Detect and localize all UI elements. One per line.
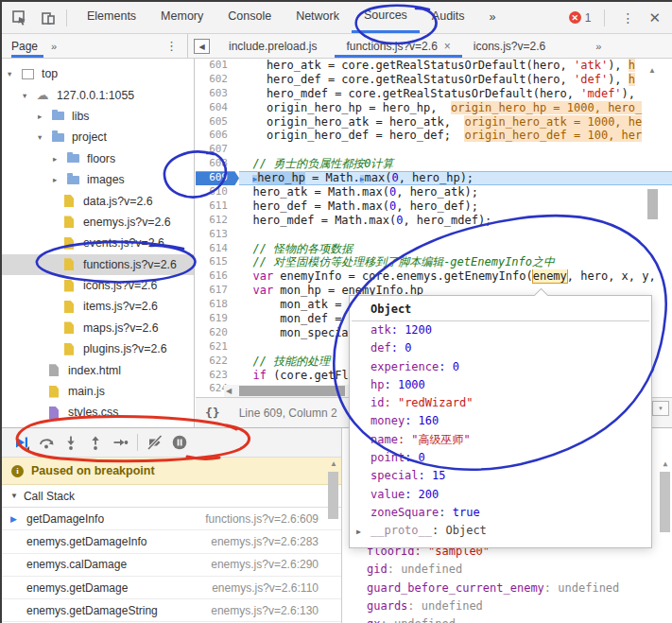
tree-expand-icon[interactable]: ▾ <box>38 132 50 142</box>
tree-item[interactable]: styles.css <box>2 402 194 423</box>
line-number[interactable]: 605 <box>196 115 239 130</box>
file-tab[interactable]: functions.js?v=2.6 × <box>335 34 461 58</box>
vertical-scroll-thumb[interactable] <box>647 189 658 219</box>
tree-item[interactable]: icons.js?v=2.6 <box>2 275 194 296</box>
panel-tab[interactable]: Audits <box>420 2 477 33</box>
call-stack-frame[interactable]: ▶ getDamageInfo functions.js?v=2.6:609 <box>2 508 341 530</box>
tree-item[interactable]: index.html <box>2 359 194 380</box>
line-number[interactable]: 613 <box>196 228 239 242</box>
more-tabs-icon[interactable]: » <box>477 3 508 32</box>
line-number[interactable]: 611 <box>196 199 239 214</box>
error-badge[interactable]: ✕ 1 <box>569 11 592 25</box>
line-number[interactable]: 606 <box>196 129 239 143</box>
scroll-up-icon[interactable]: ▲ <box>328 459 339 468</box>
line-number[interactable]: 619 <box>196 312 239 326</box>
tree-item[interactable]: functions.js?v=2.6 <box>2 254 194 275</box>
horizontal-scroll-thumb[interactable] <box>239 386 345 396</box>
scroll-up-icon[interactable]: ▲ <box>648 66 656 75</box>
scope-property[interactable]: guard_before_current_enemy: undefined <box>342 580 653 597</box>
line-number[interactable]: 603 <box>196 87 239 101</box>
tree-item[interactable]: ▾ project <box>2 127 194 147</box>
tree-item[interactable]: plugins.js?v=2.6 <box>2 338 194 359</box>
resume-button[interactable] <box>9 431 34 454</box>
navigator-menu-icon[interactable]: ⋮ <box>165 39 178 53</box>
step-button[interactable] <box>108 431 132 454</box>
line-number[interactable]: 620 <box>196 326 239 340</box>
device-toolbar-icon[interactable] <box>38 8 59 28</box>
line-number[interactable]: 604 <box>196 101 239 115</box>
tree-item[interactable]: ▸ images <box>2 169 194 190</box>
panel-tab[interactable]: Network <box>284 2 352 33</box>
current-frame-icon: ▶ <box>10 514 17 524</box>
call-stack-header[interactable]: ▼ Call Stack <box>2 485 341 508</box>
scroll-thumb[interactable] <box>328 472 338 519</box>
devtools-menu-icon[interactable]: ⋮ <box>612 10 643 26</box>
line-number[interactable]: 608 <box>196 157 239 171</box>
expand-icon[interactable]: ▶ <box>356 523 361 541</box>
line-number[interactable]: 615 <box>196 255 239 269</box>
scroll-up-icon[interactable]: ▲ <box>660 459 671 468</box>
tree-item[interactable]: ▸ floors <box>2 148 194 169</box>
panel-tab[interactable]: Console <box>215 2 284 33</box>
call-stack-frame[interactable]: enemys.getDamageInfo enemys.js?v=2.6:283 <box>2 530 341 553</box>
step-over-button[interactable] <box>34 431 59 454</box>
inspect-icon[interactable] <box>9 8 30 28</box>
line-number[interactable]: 602 <box>196 73 239 87</box>
tree-expand-icon[interactable]: ▸ <box>53 175 65 184</box>
deactivate-breakpoints-button[interactable] <box>143 431 167 454</box>
scope-scrollbar[interactable]: ▲ <box>660 459 671 623</box>
line-number[interactable]: 612 <box>196 214 239 228</box>
tree-item[interactable]: maps.js?v=2.6 <box>2 318 194 338</box>
tree-expand-icon[interactable]: ▾ <box>8 69 20 78</box>
line-number[interactable]: 618 <box>196 298 239 312</box>
tree-item-label: items.js?v=2.6 <box>83 300 158 313</box>
line-number[interactable]: 621 <box>196 340 239 355</box>
close-icon[interactable]: ✕ <box>643 9 672 26</box>
tree-expand-icon[interactable]: ▾ <box>23 91 35 100</box>
file-tab[interactable]: include.preload.js <box>217 34 335 58</box>
line-number[interactable]: 622 <box>196 355 239 369</box>
more-file-tabs-icon[interactable]: » <box>595 34 601 58</box>
pretty-print-icon[interactable]: {} <box>205 406 220 420</box>
panel-corner-icon[interactable]: ▼ <box>652 401 669 416</box>
line-number[interactable]: 617 <box>196 284 239 298</box>
call-stack-frame[interactable]: enemys.getDamageString enemys.js?v=2.6:1… <box>2 599 341 622</box>
step-into-button[interactable] <box>59 431 83 454</box>
scope-property[interactable]: guards: undefined <box>342 597 653 615</box>
tree-expand-icon[interactable]: ▸ <box>38 112 50 121</box>
tree-item[interactable]: ▾ 127.0.0.1:1055 <box>2 84 194 105</box>
tab-page[interactable]: Page <box>11 34 43 58</box>
call-stack-frame[interactable]: enemys.calDamage enemys.js?v=2.6:290 <box>2 554 341 577</box>
line-number[interactable]: 623 <box>196 369 239 383</box>
tree-item[interactable]: enemys.js?v=2.6 <box>2 212 194 233</box>
callstack-scrollbar[interactable]: ▲ <box>328 459 339 623</box>
call-stack-frame[interactable]: enemys.getDamage enemys.js?v=2.6:110 <box>2 577 341 599</box>
pause-on-exceptions-button[interactable] <box>167 431 192 454</box>
scope-property[interactable]: gid: undefined <box>342 561 653 579</box>
tree-expand-icon[interactable]: ▸ <box>53 154 65 164</box>
scope-property[interactable]: gx: undefined <box>342 615 653 623</box>
line-number[interactable]: 614 <box>196 242 239 256</box>
hide-navigator-icon[interactable]: ◀ <box>194 39 210 54</box>
line-number[interactable]: 609 <box>196 171 239 185</box>
panel-tab[interactable]: Memory <box>148 2 215 33</box>
tree-item[interactable]: ▾ top <box>2 63 194 84</box>
line-number[interactable]: 607 <box>196 143 239 157</box>
panel-tab[interactable]: Sources <box>352 2 420 33</box>
scroll-thumb[interactable] <box>660 472 670 532</box>
close-tab-icon[interactable]: × <box>444 40 451 53</box>
navigator-more-tabs-icon[interactable]: » <box>51 41 57 52</box>
scroll-left-icon[interactable]: ◀ <box>226 387 232 395</box>
tree-item[interactable]: events.js?v=2.6 <box>2 233 194 253</box>
tree-item[interactable]: ▸ libs <box>2 106 194 127</box>
tree-item[interactable]: data.js?v=2.6 <box>2 190 194 211</box>
step-out-button[interactable] <box>83 431 108 454</box>
line-number[interactable]: 601 <box>196 59 239 73</box>
object-preview-popup: Object atk: 1200 def: 0 experience: 0 <box>349 295 652 548</box>
line-number[interactable]: 616 <box>196 269 239 284</box>
tree-item[interactable]: main.js <box>2 381 194 402</box>
file-tab[interactable]: icons.js?v=2.6 <box>462 34 563 58</box>
tree-item[interactable]: items.js?v=2.6 <box>2 296 194 317</box>
line-number[interactable]: 610 <box>196 185 239 199</box>
panel-tab[interactable]: Elements <box>75 2 148 33</box>
